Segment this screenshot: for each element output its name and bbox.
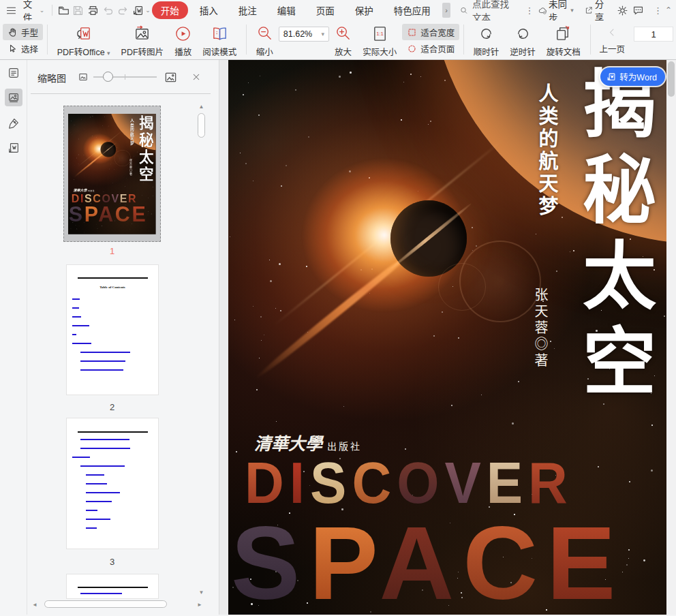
thumbnail-vertical-scrollbar[interactable]: ▲ ▼ <box>197 102 206 597</box>
prev-page-button[interactable] <box>594 24 630 40</box>
quickbar-chevron-icon[interactable]: ⌄ <box>145 7 151 14</box>
thumbnail-panel: 缩略图 人类的航天梦 揭秘太空 <box>27 60 219 615</box>
sync-status[interactable]: 未同步 ▾ <box>534 2 578 18</box>
pdf-to-office-button[interactable]: PDF转Office ▾ <box>52 20 116 58</box>
thumbnail-size-slider-knob[interactable] <box>103 72 113 82</box>
actual-size-button[interactable]: 1:1 实际大小 <box>357 20 402 58</box>
tab-expander-button[interactable]: › <box>442 3 451 18</box>
star <box>654 375 655 376</box>
read-mode-label: 阅读模式 <box>202 45 236 58</box>
select-tool-button[interactable]: 选择 <box>3 40 43 57</box>
scroll-down-icon[interactable]: ▼ <box>197 588 206 597</box>
thumbnail-page-4[interactable] <box>67 574 158 598</box>
letter: P <box>84 202 99 226</box>
star <box>562 217 563 218</box>
select-tool-label: 选择 <box>21 42 38 55</box>
close-panel-icon[interactable] <box>189 70 203 84</box>
search-options-icon[interactable]: ⋮ <box>525 5 534 16</box>
collapse-ribbon-icon[interactable]: ⌃ <box>665 5 672 15</box>
star <box>420 76 421 77</box>
hamburger-menu-icon[interactable] <box>4 2 19 18</box>
star <box>629 481 630 482</box>
cover-subtitle: 人类的航天梦 <box>536 83 556 218</box>
star <box>275 308 276 309</box>
more-options-icon[interactable]: ⋮ <box>654 5 662 16</box>
combobox-arrow-icon: ▾ <box>322 31 325 37</box>
toolbar: 手型 选择 PDF转Office ▾ PDF转图片 播放 <box>0 20 676 60</box>
fit-width-icon <box>407 27 417 37</box>
scroll-left-icon[interactable]: ◄ <box>31 600 39 609</box>
toc-rule <box>78 431 148 433</box>
rotate-clockwise-button[interactable]: 顺时针 <box>468 20 505 58</box>
rotate-counterclockwise-button[interactable]: 逆时针 <box>504 20 541 58</box>
print-icon[interactable] <box>86 2 101 18</box>
cover-english-title-line2: SPACE <box>69 204 147 224</box>
open-file-icon[interactable] <box>56 2 71 18</box>
thumbnail-page-3[interactable] <box>67 418 158 549</box>
share-icon <box>585 5 593 16</box>
convert-to-word-button[interactable]: 转为Word <box>600 67 665 86</box>
toc-link-line <box>80 593 122 594</box>
zoom-in-button[interactable]: 放大 <box>329 20 357 58</box>
toc-link-line <box>80 439 129 440</box>
read-mode-button[interactable]: 阅读模式 <box>197 20 242 58</box>
menu-bar: 文件 ⌄ ⌄ 开始 插入 批注 编辑 页面 保护 特色应用 › 点此查找文本 ⋮… <box>0 0 676 20</box>
play-label: 播放 <box>174 45 191 58</box>
tab-comment[interactable]: 批注 <box>230 1 266 19</box>
scrollbar-thumb[interactable] <box>198 113 205 138</box>
thumbnail-page-2[interactable]: Table of Contents <box>67 265 158 395</box>
settings-gear-icon[interactable] <box>615 2 629 18</box>
file-menu[interactable]: 文件 ⌄ <box>19 2 49 18</box>
share-button[interactable]: 分享 <box>581 2 613 18</box>
star <box>260 316 262 318</box>
prev-page-label: 上一页 <box>599 42 625 55</box>
star <box>430 121 431 122</box>
star <box>270 280 272 282</box>
fit-width-button[interactable]: 适合宽度 <box>402 24 459 40</box>
pdf-to-image-button[interactable]: PDF转图片 <box>116 20 170 58</box>
zoom-out-button[interactable]: 缩小 <box>251 20 279 58</box>
outline-panel-button[interactable] <box>5 64 22 82</box>
export-word-icon[interactable] <box>130 2 145 18</box>
toc-link-line <box>72 325 89 326</box>
redo-icon[interactable] <box>116 2 131 18</box>
convert-to-word-icon <box>606 72 616 82</box>
play-button[interactable]: 播放 <box>169 20 197 58</box>
scroll-up-icon[interactable]: ▲ <box>197 102 206 111</box>
tab-page[interactable]: 页面 <box>307 1 343 19</box>
thumbnail-panel-button[interactable] <box>5 89 22 106</box>
page-number-input[interactable] <box>634 27 673 42</box>
document-viewport: 人类的航天梦 揭秘太空 张天蓉◎著 清華大學 出版社 DISCOVER SPAC… <box>219 60 676 615</box>
tab-protect[interactable]: 保护 <box>346 1 382 19</box>
thumbnail-horizontal-scrollbar[interactable]: ◄ ► <box>31 600 204 609</box>
star <box>240 153 241 153</box>
star <box>664 315 665 317</box>
star <box>253 306 253 307</box>
letter: C <box>115 202 132 226</box>
tab-special-apps[interactable]: 特色应用 <box>385 1 440 19</box>
document-vertical-scrollbar[interactable] <box>666 60 676 615</box>
save-icon[interactable] <box>71 2 86 18</box>
toc-rule <box>78 277 148 279</box>
hand-tool-label: 手型 <box>21 26 38 39</box>
scrollbar-thumb[interactable] <box>44 600 167 608</box>
feedback-comment-icon[interactable] <box>632 2 645 18</box>
toc-link-line <box>80 448 130 449</box>
tab-edit[interactable]: 编辑 <box>268 1 305 19</box>
rotate-document-button[interactable]: 旋转文档 <box>541 20 586 58</box>
star <box>643 559 645 561</box>
zoom-level-combobox[interactable]: 81.62% ▾ <box>279 27 329 42</box>
undo-icon[interactable] <box>101 2 116 18</box>
hand-tool-button[interactable]: 手型 <box>3 24 43 40</box>
fit-page-button[interactable]: 适合页面 <box>402 40 459 57</box>
annotation-panel-button[interactable] <box>5 114 22 132</box>
tab-insert[interactable]: 插入 <box>191 1 227 19</box>
export-word-panel-button[interactable] <box>5 139 22 157</box>
thumbnail-page-1[interactable]: 人类的航天梦 揭秘太空 张天蓉◎著 清華大學 出版社 DISCOVER SPAC… <box>63 106 161 242</box>
toc-link-line <box>72 343 91 344</box>
letter: P <box>309 505 379 615</box>
tab-home[interactable]: 开始 <box>152 1 188 19</box>
toc-link-line <box>86 474 104 476</box>
scroll-right-icon[interactable]: ► <box>196 600 204 609</box>
scrollbar-thumb[interactable] <box>668 61 675 97</box>
